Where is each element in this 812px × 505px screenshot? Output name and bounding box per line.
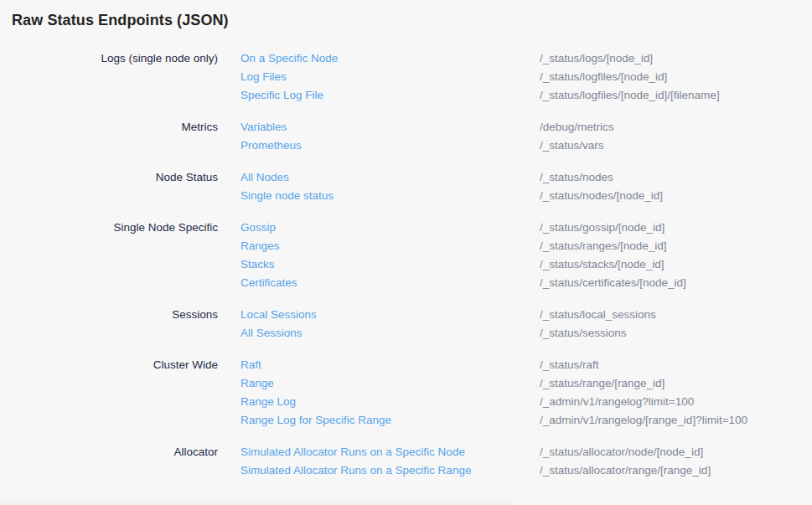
endpoint-link[interactable]: Log Files (240, 68, 540, 86)
endpoint-row: Prometheus /_status/vars (218, 137, 812, 155)
section-category-label: Single Node Specific (12, 219, 218, 237)
endpoint-link[interactable]: Ranges (240, 237, 540, 255)
endpoint-path: /_status/vars (540, 137, 604, 155)
endpoint-link[interactable]: Specific Log File (240, 86, 540, 105)
section-rows: Local Sessions /_status/local_sessions A… (218, 306, 812, 343)
endpoint-row: Single node status /_status/nodes/[node_… (218, 187, 812, 205)
endpoint-link[interactable]: Local Sessions (240, 306, 540, 324)
endpoint-path: /_status/logfiles/[node_id]/[filename] (540, 86, 720, 105)
endpoint-path: /_status/gossip/[node_id] (540, 219, 665, 237)
section-sessions: Sessions Local Sessions /_status/local_s… (0, 306, 812, 343)
endpoint-path: /_admin/v1/rangelog?limit=100 (540, 393, 694, 411)
endpoint-row: Ranges /_status/ranges/[node_id] (218, 237, 812, 255)
endpoint-link[interactable]: Gossip (240, 219, 540, 237)
endpoint-row: Range Log /_admin/v1/rangelog?limit=100 (218, 393, 812, 411)
endpoint-row: Certificates /_status/certificates/[node… (218, 274, 812, 292)
section-cluster-wide: Cluster Wide Raft /_status/raft Range /_… (0, 356, 812, 430)
endpoint-path: /_status/certificates/[node_id] (540, 274, 686, 292)
endpoint-row: All Sessions /_status/sessions (218, 324, 812, 343)
endpoint-row: Simulated Allocator Runs on a Specific R… (218, 461, 812, 480)
section-category-label: Logs (single node only) (12, 49, 218, 68)
endpoint-link[interactable]: Stacks (240, 255, 540, 274)
endpoint-path: /_admin/v1/rangelog/[range_id]?limit=100 (540, 411, 747, 430)
section-category-label: Cluster Wide (12, 356, 218, 374)
endpoint-link[interactable]: On a Specific Node (240, 49, 540, 68)
endpoint-path: /_status/nodes/[node_id] (540, 187, 663, 205)
section-category-label: Sessions (12, 306, 218, 324)
endpoint-path: /_status/ranges/[node_id] (540, 237, 667, 255)
endpoint-path: /_status/nodes (540, 168, 613, 187)
endpoint-link[interactable]: Variables (240, 118, 540, 137)
endpoint-path: /_status/allocator/range/[range_id] (540, 461, 711, 480)
endpoint-row: Simulated Allocator Runs on a Specific N… (218, 443, 812, 461)
endpoint-path: /_status/logfiles/[node_id] (540, 68, 667, 86)
section-rows: Gossip /_status/gossip/[node_id] Ranges … (218, 219, 812, 292)
page-title: Raw Status Endpoints (JSON) (0, 0, 812, 29)
endpoint-path: /_status/stacks/[node_id] (540, 255, 665, 274)
endpoint-link[interactable]: Simulated Allocator Runs on a Specific N… (240, 443, 540, 461)
section-allocator: Allocator Simulated Allocator Runs on a … (0, 443, 812, 480)
section-rows: Variables /debug/metrics Prometheus /_st… (218, 118, 812, 155)
endpoint-link[interactable]: Range (240, 374, 540, 393)
endpoint-row: Local Sessions /_status/local_sessions (218, 306, 812, 324)
section-category-label: Node Status (12, 168, 218, 187)
endpoint-path: /_status/sessions (540, 324, 627, 343)
endpoint-row: Range Log for Specific Range /_admin/v1/… (218, 411, 812, 430)
endpoint-table: Logs (single node only) On a Specific No… (0, 49, 812, 480)
endpoint-link[interactable]: Raft (240, 356, 540, 374)
section-logs: Logs (single node only) On a Specific No… (0, 49, 812, 105)
endpoint-path: /_status/logs/[node_id] (540, 49, 653, 68)
endpoint-link[interactable]: Range Log for Specific Range (240, 411, 540, 430)
raw-status-endpoints-page: Raw Status Endpoints (JSON) Logs (single… (0, 0, 812, 505)
endpoint-link[interactable]: All Nodes (240, 168, 540, 187)
endpoint-row: Range /_status/range/[range_id] (218, 374, 812, 393)
section-rows: On a Specific Node /_status/logs/[node_i… (218, 49, 812, 105)
endpoint-row: Variables /debug/metrics (218, 118, 812, 137)
endpoint-link[interactable]: Single node status (240, 187, 540, 205)
endpoint-link[interactable]: All Sessions (240, 324, 540, 343)
endpoint-row: Raft /_status/raft (218, 356, 812, 374)
section-rows: Simulated Allocator Runs on a Specific N… (218, 443, 812, 480)
endpoint-link[interactable]: Simulated Allocator Runs on a Specific R… (240, 461, 540, 480)
endpoint-path: /_status/raft (540, 356, 599, 374)
section-rows: All Nodes /_status/nodes Single node sta… (218, 168, 812, 205)
endpoint-path: /_status/allocator/node/[node_id] (540, 443, 703, 461)
section-category-label: Metrics (12, 118, 218, 137)
section-rows: Raft /_status/raft Range /_status/range/… (218, 356, 812, 430)
endpoint-link[interactable]: Prometheus (240, 137, 540, 155)
bottom-shade (0, 493, 511, 505)
endpoint-row: All Nodes /_status/nodes (218, 168, 812, 187)
section-metrics: Metrics Variables /debug/metrics Prometh… (0, 118, 812, 155)
endpoint-link[interactable]: Range Log (240, 393, 540, 411)
endpoint-row: Gossip /_status/gossip/[node_id] (218, 219, 812, 237)
section-single-node-specific: Single Node Specific Gossip /_status/gos… (0, 219, 812, 292)
endpoint-path: /_status/local_sessions (540, 306, 656, 324)
endpoint-link[interactable]: Certificates (240, 274, 540, 292)
section-node-status: Node Status All Nodes /_status/nodes Sin… (0, 168, 812, 205)
endpoint-path: /debug/metrics (540, 118, 614, 137)
section-category-label: Allocator (12, 443, 218, 461)
endpoint-path: /_status/range/[range_id] (540, 374, 665, 393)
endpoint-row: On a Specific Node /_status/logs/[node_i… (218, 49, 812, 68)
endpoint-row: Stacks /_status/stacks/[node_id] (218, 255, 812, 274)
endpoint-row: Specific Log File /_status/logfiles/[nod… (218, 86, 812, 105)
endpoint-row: Log Files /_status/logfiles/[node_id] (218, 68, 812, 86)
